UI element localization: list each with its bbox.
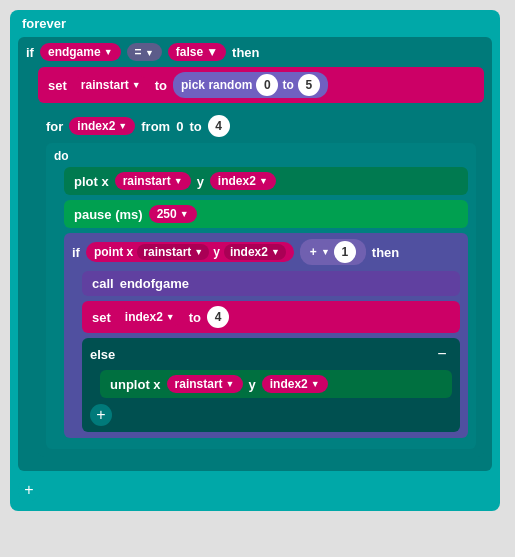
scratch-editor: forever if endgame ▼ = ▼ false ▼ then (0, 0, 515, 557)
index2-dropdown-for[interactable]: index2 ▼ (69, 117, 135, 135)
call-funcname: endofgame (120, 276, 189, 291)
set-keyword: set (48, 78, 67, 93)
plus-pill[interactable]: + ▼ 1 (300, 239, 366, 265)
endgame-dropdown[interactable]: endgame ▼ (40, 43, 121, 61)
set-index2-block: set index2 ▼ to 4 (82, 301, 460, 333)
if-inner-body: call endofgame set index2 ▼ (72, 271, 460, 432)
rainstart-dropdown[interactable]: rainstart ▼ (73, 76, 149, 94)
else-block: else − unplot x (82, 338, 460, 432)
else-keyword: else (90, 347, 115, 362)
if-endgame-block: if endgame ▼ = ▼ false ▼ then set (18, 37, 492, 471)
plus-value[interactable]: 1 (334, 241, 356, 263)
endgame-arrow: ▼ (104, 47, 113, 57)
eq-operator[interactable]: = ▼ (127, 43, 162, 61)
set2-to-keyword: to (189, 310, 201, 325)
pause-keyword: pause (ms) (74, 207, 143, 222)
forever-add-button[interactable]: + (18, 479, 40, 501)
plot-y-keyword: y (197, 174, 204, 189)
else-add-button[interactable]: + (90, 404, 112, 426)
set-rainstart-block: set rainstart ▼ to pick random 0 to 5 (38, 67, 484, 103)
to-keyword2: to (282, 78, 293, 92)
point-pill[interactable]: point x rainstart ▼ y index2 (86, 242, 294, 262)
point-index2-dropdown[interactable]: index2 ▼ (224, 244, 286, 260)
random-min[interactable]: 0 (256, 74, 278, 96)
do-body: plot x rainstart ▼ y index2 ▼ (54, 167, 468, 438)
from-num: 0 (176, 119, 183, 134)
unplot-y-keyword: y (249, 377, 256, 392)
for-keyword: for (46, 119, 63, 134)
call-block: call endofgame (82, 271, 460, 296)
if-body: set rainstart ▼ to pick random 0 to 5 (26, 67, 484, 457)
minus-button[interactable]: − (432, 344, 452, 364)
unplot-block: unplot x rainstart ▼ y (100, 370, 452, 398)
if-inner-keyword: if (72, 245, 80, 260)
unplot-index2-dropdown[interactable]: index2 ▼ (262, 375, 328, 393)
for-header: for index2 ▼ from 0 to 4 (46, 115, 476, 137)
forever-block: forever if endgame ▼ = ▼ false ▼ then (10, 10, 500, 511)
for-block: for index2 ▼ from 0 to 4 do (38, 109, 484, 457)
random-max[interactable]: 5 (298, 74, 320, 96)
if-keyword: if (26, 45, 34, 60)
pause-ms-dropdown[interactable]: 250 ▼ (149, 205, 197, 223)
set2-keyword: set (92, 310, 111, 325)
plot-keyword: plot x (74, 174, 109, 189)
call-keyword: call (92, 276, 114, 291)
set2-value[interactable]: 4 (207, 306, 229, 328)
plus-op: + (310, 245, 317, 259)
then-inner-keyword: then (372, 245, 399, 260)
forever-label: forever (18, 16, 492, 31)
plot-rainstart-dropdown[interactable]: rainstart ▼ (115, 172, 191, 190)
to-keyword: to (155, 78, 167, 93)
for-max[interactable]: 4 (208, 115, 230, 137)
if-inner-header: if point x rainstart ▼ y (72, 239, 460, 265)
point-rainstart-dropdown[interactable]: rainstart ▼ (137, 244, 209, 260)
unplot-rainstart-dropdown[interactable]: rainstart ▼ (167, 375, 243, 393)
do-label: do (54, 149, 468, 163)
pick-random-pill[interactable]: pick random 0 to 5 (173, 72, 328, 98)
do-section: do plot x rainstart ▼ y (46, 143, 476, 449)
else-body: unplot x rainstart ▼ y (90, 370, 452, 398)
pause-block: pause (ms) 250 ▼ (64, 200, 468, 228)
false-value[interactable]: false ▼ (168, 43, 226, 61)
unplot-keyword: unplot x (110, 377, 161, 392)
then-keyword: then (232, 45, 259, 60)
false-arrow: ▼ (206, 45, 218, 59)
if-inner-block: if point x rainstart ▼ y (64, 233, 468, 438)
from-keyword: from (141, 119, 170, 134)
for-to-keyword: to (189, 119, 201, 134)
else-header: else − (90, 344, 452, 364)
if-endgame-header: if endgame ▼ = ▼ false ▼ then (26, 43, 484, 61)
set-index2-dropdown[interactable]: index2 ▼ (117, 308, 183, 326)
plot-index2-dropdown[interactable]: index2 ▼ (210, 172, 276, 190)
plot-block: plot x rainstart ▼ y index2 ▼ (64, 167, 468, 195)
